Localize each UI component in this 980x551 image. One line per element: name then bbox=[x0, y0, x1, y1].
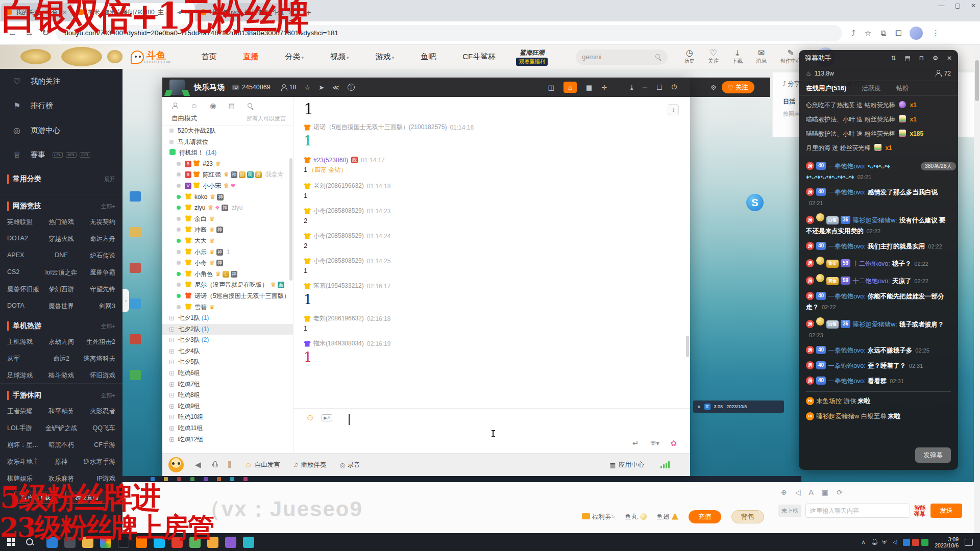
category-link[interactable]: lol云顶之弈 bbox=[43, 268, 80, 277]
expand-plus-icon[interactable]: + bbox=[169, 415, 174, 419]
chat-sender[interactable]: #23(523860) bbox=[313, 157, 348, 164]
recharge-button[interactable]: 充值 bbox=[689, 510, 721, 523]
category-link[interactable]: 王者荣耀 bbox=[7, 407, 43, 416]
event-badge[interactable]: 鲨海狂潮 观赛赢福利 bbox=[516, 48, 548, 66]
tray-caret-icon[interactable]: ∧ bbox=[862, 539, 866, 545]
danmu-sender[interactable]: 一拳饱饱ovo: bbox=[828, 163, 866, 170]
team-row[interactable]: +吃鸡9组 bbox=[162, 401, 293, 412]
category-link[interactable]: 格斗游戏 bbox=[43, 371, 80, 380]
expand-plus-icon[interactable]: + bbox=[169, 371, 174, 375]
category-link[interactable]: 梦幻西游 bbox=[43, 285, 80, 294]
lock-icon[interactable]: ⊓ bbox=[919, 55, 924, 62]
download-client-icon[interactable]: ⤓ bbox=[630, 83, 633, 91]
chat-bubble-icon[interactable]: ☺ bbox=[190, 102, 198, 110]
expand-plus-icon[interactable]: + bbox=[169, 338, 174, 342]
event-banner[interactable] bbox=[0, 45, 128, 69]
tray-green-icon[interactable] bbox=[921, 539, 928, 546]
enter-send-icon[interactable]: ↵ bbox=[632, 439, 639, 448]
yuwan-balance[interactable]: 鱼丸 bbox=[625, 513, 647, 521]
category-link[interactable]: 剑网3 bbox=[79, 302, 115, 311]
section-action[interactable]: 全部+ bbox=[101, 392, 115, 399]
nav-menu-item[interactable]: 视频▾ bbox=[330, 52, 349, 62]
danmu-sender[interactable]: 睡衫超爱猪猪w bbox=[816, 413, 859, 420]
tray-shield-icon[interactable]: ⛨ bbox=[883, 539, 887, 545]
expand-plus-icon[interactable]: + bbox=[169, 404, 174, 409]
section-action[interactable]: 全部+ bbox=[101, 203, 115, 210]
chat-sender[interactable]: 老刘(2086196632) bbox=[313, 182, 364, 190]
danmu-sender[interactable]: 十二饱饱ovo: bbox=[852, 260, 890, 267]
backpack-button[interactable]: 背包 bbox=[731, 510, 764, 523]
theme-gear-icon[interactable]: ⚙ bbox=[710, 84, 717, 91]
chat-sender[interactable]: 小奇(2085808529) bbox=[313, 207, 364, 215]
team-row[interactable]: +七夕1队(1) bbox=[162, 313, 293, 324]
sound-icon[interactable]: ◁ bbox=[795, 488, 801, 496]
search-input[interactable]: gemini bbox=[576, 49, 668, 65]
nav-menu-item[interactable]: 首页 bbox=[202, 52, 217, 62]
nav-menu-item[interactable]: 鱼吧 bbox=[421, 52, 436, 62]
expand-plus-icon[interactable]: + bbox=[169, 360, 174, 364]
member-row[interactable]: 雪碧♛ bbox=[162, 302, 293, 313]
member-row[interactable]: 大大♛ bbox=[162, 236, 293, 247]
category-link[interactable]: APEX bbox=[7, 252, 43, 260]
category-link[interactable]: 金铲铲之战 bbox=[43, 424, 80, 433]
tray-volume-icon[interactable]: ◁ bbox=[893, 539, 897, 545]
team-row[interactable]: +七夕2队(1) bbox=[162, 324, 293, 335]
member-row[interactable]: 小奇♛神 bbox=[162, 258, 293, 269]
sidebar-quick-item[interactable]: ♡ 我的关注 bbox=[0, 69, 122, 93]
danmu-sender[interactable]: 一拳饱饱ovo: bbox=[828, 362, 866, 369]
nav-icon-button[interactable]: ♡ 关注 bbox=[708, 49, 719, 65]
category-link[interactable]: 怀旧游戏 bbox=[79, 371, 115, 380]
category-link[interactable]: 欢乐斗地主 bbox=[7, 458, 43, 466]
home-icon[interactable]: ⌂ bbox=[564, 82, 577, 93]
danmu-sender[interactable]: 一拳饱饱ovo: bbox=[828, 378, 866, 385]
nav-icon-button[interactable]: ⤓ 下载 bbox=[732, 49, 743, 65]
location-pin-icon[interactable]: ◉ bbox=[210, 102, 216, 110]
expand-plus-icon[interactable]: + bbox=[169, 327, 174, 332]
chat-input-area[interactable]: ☺ ▶A ↵ 💬︎▾ ✿ bbox=[293, 408, 690, 453]
members-icon[interactable] bbox=[172, 103, 178, 109]
win-minimize-icon[interactable]: ─ bbox=[643, 84, 647, 91]
maximize-icon[interactable]: ▢ bbox=[955, 2, 961, 9]
category-link[interactable]: 主机游戏 bbox=[7, 338, 43, 346]
category-link[interactable]: 守望先锋 bbox=[79, 285, 115, 294]
nav-menu-item[interactable]: 直播 bbox=[243, 52, 259, 62]
yuchi-balance[interactable]: 鱼翅 bbox=[657, 513, 678, 521]
category-link[interactable]: 火影忍者 bbox=[79, 407, 115, 416]
danmu-sender[interactable]: 末鱼场控 bbox=[816, 397, 842, 405]
page-scrollbar[interactable] bbox=[974, 45, 980, 533]
font-size-icon[interactable]: A bbox=[809, 488, 814, 496]
member-row[interactable]: 8#23♛ bbox=[162, 159, 293, 170]
nav-menu-item[interactable]: CF斗鲨杯 bbox=[462, 52, 496, 62]
member-row[interactable]: 诺诺（5巡自摸国士无双十三面版） bbox=[162, 291, 293, 302]
category-link[interactable]: CF手游 bbox=[79, 441, 115, 449]
settings-gear-icon[interactable]: ⚙ bbox=[933, 55, 938, 62]
mic-icon[interactable] bbox=[212, 461, 217, 468]
team-row[interactable]: +七夕5队 bbox=[162, 357, 293, 368]
category-link[interactable]: 永劫无间 bbox=[43, 338, 80, 346]
search-icon[interactable] bbox=[655, 54, 662, 60]
danmu-sender[interactable]: 睡衫超爱猪猪w: bbox=[852, 217, 897, 224]
report-icon[interactable]: ! bbox=[348, 84, 355, 91]
nav-menu-item[interactable]: 游戏▾ bbox=[376, 52, 395, 62]
category-link[interactable]: DOTA bbox=[7, 302, 43, 311]
chat-sender[interactable]: 小奇(2085808529) bbox=[313, 257, 364, 265]
free-speech-button[interactable]: ☺自由发言 bbox=[244, 461, 280, 469]
category-link[interactable]: CS2 bbox=[7, 268, 43, 277]
category-link[interactable]: 魔兽争霸 bbox=[79, 268, 115, 277]
member-row[interactable]: ziyu♛❖神ziyu bbox=[162, 203, 293, 214]
category-link[interactable]: 炉石传说 bbox=[79, 252, 115, 260]
category-link[interactable]: 崩坏：星... bbox=[7, 441, 43, 449]
ime-icon[interactable]: 文 bbox=[704, 404, 710, 410]
extensions-icon[interactable]: ⧉ bbox=[880, 29, 886, 38]
nav-icon-button[interactable]: ◷ 历史 bbox=[684, 49, 695, 65]
room-mode[interactable]: 自由模式 bbox=[172, 114, 197, 123]
category-link[interactable]: 热门游戏 bbox=[43, 218, 80, 227]
image-icon[interactable]: ▣ bbox=[822, 488, 828, 496]
browser-profile-avatar[interactable] bbox=[910, 27, 923, 40]
notes-icon[interactable]: ▤ bbox=[904, 55, 910, 62]
helper-tab[interactable]: 活跃度 bbox=[862, 84, 881, 93]
smart-danmu-label[interactable]: 智能弹幕 bbox=[914, 505, 926, 517]
add-icon[interactable]: ⊕ bbox=[781, 488, 787, 496]
category-link[interactable]: 从军 bbox=[7, 355, 43, 363]
category-link[interactable]: 逃离塔科夫 bbox=[79, 355, 115, 363]
